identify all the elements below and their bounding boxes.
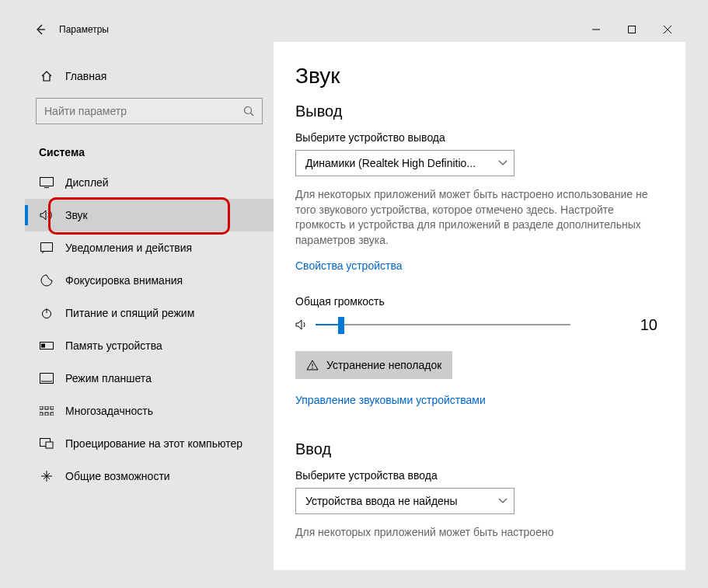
slider-thumb[interactable] <box>338 317 344 334</box>
input-device-dropdown[interactable]: Устройства ввода не найдены <box>295 488 514 514</box>
input-section-heading: Ввод <box>295 440 664 458</box>
page-title: Звук <box>295 64 664 89</box>
tablet-icon <box>39 373 54 384</box>
svg-rect-12 <box>45 412 48 416</box>
sidebar-item-label: Общие возможности <box>65 470 170 482</box>
sidebar-item-multitask[interactable]: Многозадачность <box>25 395 274 427</box>
dropdown-value: Динамики (Realtek High Definitio... <box>305 157 498 169</box>
close-icon <box>664 26 671 33</box>
troubleshoot-label: Устранение неполадок <box>326 359 441 371</box>
maximize-button[interactable] <box>614 17 650 42</box>
shared-icon <box>39 470 54 482</box>
svg-rect-3 <box>41 243 53 252</box>
svg-rect-13 <box>51 412 54 416</box>
warning-icon <box>306 360 319 371</box>
back-button[interactable] <box>25 17 56 42</box>
svg-rect-6 <box>41 344 45 348</box>
maximize-icon <box>628 26 636 33</box>
output-section-heading: Вывод <box>295 103 664 120</box>
close-button[interactable] <box>650 17 685 42</box>
volume-slider[interactable] <box>316 315 570 334</box>
sidebar-item-storage[interactable]: Память устройства <box>25 329 274 362</box>
arrow-left-icon <box>34 23 47 36</box>
settings-window: Параметры Главная Систе <box>25 17 685 570</box>
troubleshoot-button[interactable]: Устранение неполадок <box>295 351 452 379</box>
sidebar-item-label: Фокусировка внимания <box>65 274 183 287</box>
svg-rect-2 <box>40 178 54 186</box>
sidebar-item-focus[interactable]: Фокусировка внимания <box>25 264 274 297</box>
sidebar-item-label: Звук <box>65 209 88 221</box>
manage-devices-link[interactable]: Управление звуковыми устройствами <box>295 394 486 406</box>
sidebar-item-label: Питание и спящий режим <box>65 307 194 319</box>
output-device-label: Выберите устройство вывода <box>295 131 664 144</box>
search-input[interactable] <box>44 105 243 117</box>
sidebar-item-label: Дисплей <box>65 176 109 189</box>
sidebar-item-project[interactable]: Проецирование на этот компьютер <box>25 427 274 460</box>
notifications-icon <box>39 242 54 253</box>
svg-rect-10 <box>51 406 54 409</box>
slider-track <box>316 324 570 325</box>
speaker-icon <box>295 318 309 331</box>
sidebar-item-power[interactable]: Питание и спящий режим <box>25 297 274 329</box>
sidebar-item-shared[interactable]: Общие возможности <box>25 460 274 492</box>
sidebar-item-label: Режим планшета <box>65 372 152 384</box>
svg-rect-7 <box>40 374 54 384</box>
svg-rect-11 <box>40 412 43 416</box>
svg-rect-9 <box>45 406 48 409</box>
sound-icon <box>39 210 54 221</box>
sidebar-item-label: Проецирование на этот компьютер <box>65 437 242 450</box>
storage-icon <box>39 342 54 350</box>
multitask-icon <box>39 406 54 416</box>
home-label: Главная <box>65 70 106 82</box>
volume-row: 10 <box>295 315 664 334</box>
chevron-down-icon <box>498 498 507 504</box>
sidebar-item-tablet[interactable]: Режим планшета <box>25 362 274 395</box>
sidebar-item-notifications[interactable]: Уведомления и действия <box>25 231 274 264</box>
display-icon <box>39 177 54 188</box>
input-device-label: Выберите устройства ввода <box>295 469 664 482</box>
svg-point-1 <box>245 107 252 114</box>
input-hint-text: Для некоторых приложений может быть наст… <box>295 525 653 541</box>
home-link[interactable]: Главная <box>25 61 274 92</box>
sidebar-item-sound[interactable]: Звук <box>25 199 274 231</box>
minimize-button[interactable] <box>578 17 614 42</box>
device-properties-link[interactable]: Свойства устройства <box>295 259 403 272</box>
power-icon <box>39 307 54 319</box>
home-icon <box>39 70 54 82</box>
titlebar: Параметры <box>25 17 685 42</box>
search-box[interactable] <box>36 98 263 124</box>
section-title: Система <box>25 124 274 166</box>
svg-point-16 <box>312 368 313 370</box>
svg-rect-15 <box>46 442 53 448</box>
project-icon <box>39 438 54 449</box>
search-icon <box>243 106 254 117</box>
sidebar-item-display[interactable]: Дисплей <box>25 166 274 199</box>
sidebar-item-label: Память устройства <box>65 339 162 352</box>
sidebar: Главная Система Дисплей Звук Уведомления… <box>25 42 274 570</box>
svg-rect-0 <box>629 26 636 33</box>
window-title: Параметры <box>59 24 109 35</box>
chevron-down-icon <box>498 160 507 166</box>
sidebar-item-label: Уведомления и действия <box>65 242 192 254</box>
volume-value: 10 <box>640 316 664 334</box>
minimize-icon <box>592 26 600 33</box>
output-hint-text: Для некоторых приложений может быть наст… <box>295 187 653 248</box>
svg-rect-8 <box>40 406 43 409</box>
output-device-dropdown[interactable]: Динамики (Realtek High Definitio... <box>295 150 514 176</box>
master-volume-label: Общая громкость <box>295 295 664 308</box>
main-content: Звук Вывод Выберите устройство вывода Ди… <box>274 42 685 570</box>
focus-icon <box>39 274 54 287</box>
sidebar-item-label: Многозадачность <box>65 405 153 417</box>
dropdown-value: Устройства ввода не найдены <box>305 495 498 507</box>
